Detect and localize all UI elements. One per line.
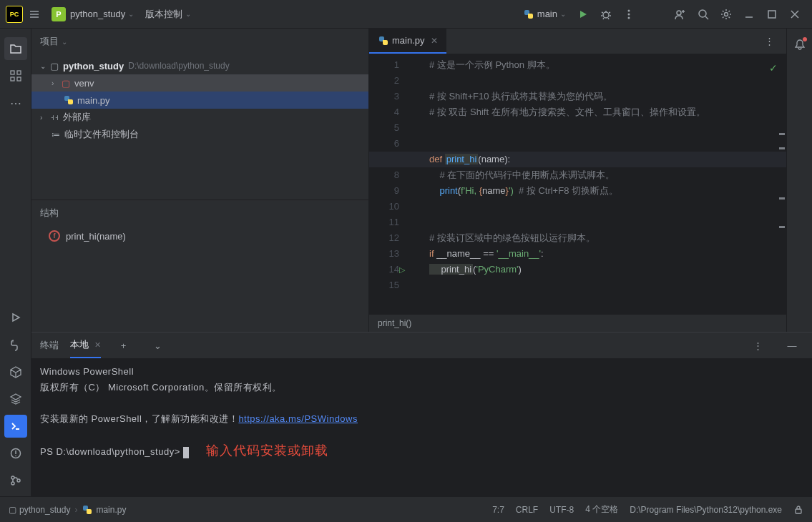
structure-tool-button[interactable] bbox=[4, 64, 27, 87]
terminal-prompt: PS D:\download\python_study> bbox=[40, 446, 183, 457]
run-config-name: main bbox=[537, 9, 557, 19]
folder-icon: ▢ bbox=[50, 61, 59, 72]
tree-root-name: python_study bbox=[63, 61, 124, 72]
vcs-dropdown[interactable]: 版本控制 ⌄ bbox=[140, 5, 197, 24]
terminal-dropdown-button[interactable]: ⌄ bbox=[148, 335, 168, 355]
tree-item-label: 外部库 bbox=[63, 111, 91, 124]
indent-setting[interactable]: 4 个空格 bbox=[585, 503, 618, 516]
more-button[interactable] bbox=[619, 4, 639, 24]
close-icon[interactable]: ✕ bbox=[431, 36, 438, 46]
folder-icon: ▢ bbox=[9, 505, 16, 515]
cursor-position[interactable]: 7:7 bbox=[492, 505, 504, 515]
project-tool-button[interactable] bbox=[4, 37, 27, 60]
main-area: ⋯ 项目 ⌄ ⌄ ▢ python_study D:\download bbox=[0, 29, 812, 496]
tree-root[interactable]: ⌄ ▢ python_study D:\download\python_stud… bbox=[31, 57, 368, 74]
python-console-button[interactable] bbox=[4, 333, 27, 356]
services-button[interactable] bbox=[4, 388, 27, 410]
terminal-tab-local[interactable]: 本地 ✕ bbox=[70, 333, 101, 358]
tree-root-path: D:\download\python_study bbox=[128, 61, 229, 71]
project-dropdown[interactable]: P python_study ⌄ bbox=[46, 4, 140, 24]
editor-breadcrumb[interactable]: print_hi() bbox=[369, 315, 786, 332]
close-button[interactable] bbox=[785, 4, 805, 24]
problems-button[interactable] bbox=[4, 442, 27, 465]
terminal-options-button[interactable]: ⋮ bbox=[748, 335, 768, 355]
more-tools-button[interactable]: ⋯ bbox=[4, 92, 27, 114]
settings-button[interactable] bbox=[716, 4, 736, 24]
debug-button[interactable] bbox=[596, 4, 616, 24]
gutter: 123456 1个用法 789101112131415 ▷ bbox=[369, 54, 412, 315]
collapse-icon: › bbox=[52, 79, 62, 87]
statusbar-breadcrumb[interactable]: ▢ python_study › main.py bbox=[9, 504, 126, 516]
interpreter[interactable]: D:\Program Files\Python312\python.exe bbox=[630, 505, 782, 515]
right-toolbar bbox=[786, 29, 812, 332]
python-packages-button[interactable] bbox=[4, 360, 27, 383]
titlebar: PC P python_study ⌄ 版本控制 ⌄ main ⌄ bbox=[0, 0, 812, 29]
svg-point-16 bbox=[11, 482, 14, 485]
tree-item-label: 临时文件和控制台 bbox=[64, 128, 139, 141]
tab-name: main.py bbox=[392, 35, 425, 46]
check-icon[interactable]: ✓ bbox=[769, 60, 778, 76]
code-content[interactable]: ✓ # 这是一个示例 Python 脚本。 # 按 Shift+F10 执行或将… bbox=[412, 54, 786, 315]
svg-point-12 bbox=[12, 341, 14, 343]
tree-item-label: main.py bbox=[77, 95, 110, 106]
svg-point-14 bbox=[15, 455, 16, 457]
chevron-down-icon: ⌄ bbox=[185, 10, 191, 18]
file-encoding[interactable]: UTF-8 bbox=[549, 505, 574, 515]
svg-rect-11 bbox=[17, 77, 21, 81]
annotation-text: 输入代码安装或卸载 bbox=[206, 443, 328, 458]
run-tool-button[interactable] bbox=[4, 306, 27, 329]
terminal-tab-label[interactable]: 终端 bbox=[40, 333, 59, 358]
terminal-panel: 终端 本地 ✕ + ⌄ ⋮ — Windows PowerShell 版权所有（… bbox=[31, 332, 812, 496]
terminal-tab-local-label: 本地 bbox=[70, 339, 89, 350]
structure-item[interactable]: f print_hi(name) bbox=[31, 226, 368, 246]
folder-icon: ▢ bbox=[62, 78, 70, 89]
terminal-body[interactable]: Windows PowerShell 版权所有（C） Microsoft Cor… bbox=[31, 358, 812, 496]
run-button[interactable] bbox=[573, 4, 593, 24]
minimize-button[interactable] bbox=[739, 4, 759, 24]
project-tree: ⌄ ▢ python_study D:\download\python_stud… bbox=[31, 54, 368, 200]
hide-terminal-button[interactable]: — bbox=[782, 335, 802, 355]
chevron-right-icon: › bbox=[74, 505, 77, 515]
crumb-file: main.py bbox=[96, 505, 126, 515]
vcs-label: 版本控制 bbox=[145, 8, 182, 21]
pycharm-logo: PC bbox=[6, 6, 23, 23]
run-config-dropdown[interactable]: main ⌄ bbox=[517, 6, 572, 23]
svg-point-1 bbox=[628, 9, 630, 11]
terminal-tool-button[interactable] bbox=[4, 415, 27, 438]
tree-item-external[interactable]: › ⫞⫞ 外部库 bbox=[31, 109, 368, 126]
editor-tab[interactable]: main.py ✕ bbox=[369, 29, 446, 54]
python-icon bbox=[82, 504, 93, 516]
gutter-run-icon[interactable]: ▷ bbox=[399, 262, 405, 277]
search-button[interactable] bbox=[693, 4, 713, 24]
minimap[interactable] bbox=[778, 54, 786, 315]
python-icon bbox=[63, 94, 74, 106]
new-terminal-button[interactable]: + bbox=[114, 335, 134, 355]
line-separator[interactable]: CRLF bbox=[516, 505, 538, 515]
panel-area: 项目 ⌄ ⌄ ▢ python_study D:\download\python… bbox=[31, 29, 812, 496]
maximize-button[interactable] bbox=[762, 4, 782, 24]
lock-icon[interactable] bbox=[793, 505, 803, 515]
code-area[interactable]: 123456 1个用法 789101112131415 ▷ ✓ # 这是一个示例… bbox=[369, 54, 786, 315]
close-icon[interactable]: ✕ bbox=[94, 340, 101, 349]
terminal-link[interactable]: https://aka.ms/PSWindows bbox=[238, 413, 358, 424]
structure-panel-header[interactable]: 结构 bbox=[31, 200, 368, 226]
tab-more-button[interactable]: ⋮ bbox=[759, 31, 779, 51]
python-icon bbox=[523, 9, 534, 20]
python-icon bbox=[378, 35, 389, 46]
vcs-tool-button[interactable] bbox=[4, 469, 27, 492]
notifications-button[interactable] bbox=[794, 39, 806, 50]
chevron-down-icon: ⌄ bbox=[128, 10, 134, 18]
svg-point-6 bbox=[725, 12, 728, 16]
svg-point-15 bbox=[11, 476, 14, 479]
structure-panel: 结构 f print_hi(name) bbox=[31, 200, 368, 332]
project-panel-header[interactable]: 项目 ⌄ bbox=[31, 29, 368, 54]
tree-item-venv[interactable]: › ▢ venv bbox=[31, 74, 368, 92]
svg-rect-9 bbox=[17, 71, 21, 74]
function-icon: f bbox=[49, 230, 60, 242]
tree-item-scratches[interactable]: ≔ 临时文件和控制台 bbox=[31, 126, 368, 143]
svg-point-0 bbox=[603, 12, 609, 18]
library-icon: ⫞⫞ bbox=[50, 112, 59, 122]
tree-item-main[interactable]: main.py bbox=[31, 92, 368, 109]
code-with-me-button[interactable] bbox=[670, 4, 690, 24]
main-menu-button[interactable] bbox=[24, 4, 44, 24]
